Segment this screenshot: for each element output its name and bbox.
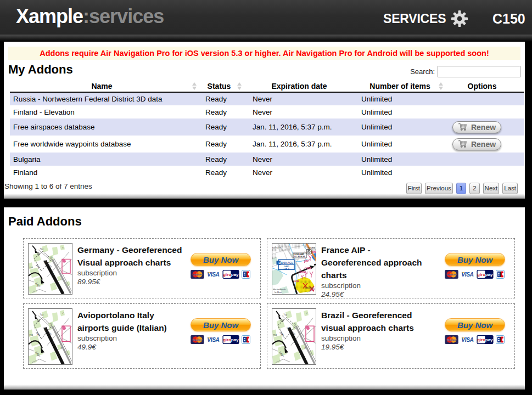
svg-text:1000 AGL: 1000 AGL [281,261,294,264]
card-subscription-type: subscription [321,334,439,343]
ec-card-icon [242,270,250,279]
mastercard-icon: MasterCard [445,335,458,344]
paid-addons-panel: Paid Addons [4,207,525,390]
cell-name: Free airspaces database [10,119,199,136]
cell-items: Unlimited [360,136,446,153]
card-price: 19.95€ [321,343,439,352]
paid-addon-card: 794 794 148 251 64 782 101 G 148° C Germ… [23,238,261,298]
card-purchase-block: Buy Now MasterCard VISA giro pay [445,308,506,365]
card-text-block: Germany - Georeferenced Visual approach … [77,243,191,295]
cell-name: Finland - Elevation [10,105,199,119]
cell-exp: Never [244,105,360,119]
svg-text:pay: pay [485,272,493,277]
page-button-next[interactable]: Next [483,183,500,194]
page-button-2[interactable]: 2 [469,183,479,194]
cell-exp: Never [244,92,360,105]
card-subscription-type: subscription [321,281,439,290]
search-label: Search: [410,67,435,76]
search-input[interactable] [438,66,520,77]
buy-now-button[interactable]: Buy Now [191,318,251,331]
card-subscription-type: subscription [77,269,191,278]
cell-status: Ready [199,136,244,153]
gear-icon[interactable] [451,10,468,27]
svg-text:pay: pay [231,272,239,277]
visa-icon: VISA [206,335,220,344]
giropay-icon: giro pay [222,335,239,344]
mastercard-icon: MasterCard [191,270,204,279]
svg-text:794: 794 [29,266,33,269]
cell-options [446,153,524,166]
svg-text:1086: 1086 [294,280,300,283]
svg-text:118.3: 118.3 [283,267,289,270]
logo[interactable]: Xample:services [16,5,164,28]
buy-now-button[interactable]: Buy Now [445,253,505,266]
cell-options [446,92,524,105]
user-account-label[interactable]: C150 [492,11,525,27]
cell-status: Ready [199,105,244,119]
cell-exp: Never [244,166,360,179]
buy-now-button[interactable]: Buy Now [445,318,505,331]
column-header-status[interactable]: Status [199,80,244,92]
svg-text:giro: giro [477,337,485,342]
card-price: 89.95€ [77,278,191,286]
card-title: France AIP - Georeferenced approach char… [321,244,439,281]
column-header-name[interactable]: Name [10,80,199,92]
visa-icon: VISA [206,270,220,279]
payment-methods-row: MasterCard VISA giro pay [445,270,506,279]
page-button-1[interactable]: 1 [456,183,466,194]
addon-row: Finland - ElevationReadyNeverUnlimited [10,105,524,119]
mastercard-icon: MasterCard [445,270,458,279]
approach-chart-thumbnail: 794 794 148 251 64 782 101 G 148° C [272,308,316,365]
payment-methods-row: MasterCard VISA giro pay [191,335,252,344]
svg-text:pay: pay [231,337,239,342]
svg-text:MasterCard: MasterCard [193,339,202,341]
card-title: Germany - Georeferenced Visual approach … [77,244,191,269]
cell-status: Ready [199,119,244,136]
payment-methods-row: MasterCard VISA giro pay [445,335,506,344]
cell-items: Unlimited [360,105,446,119]
cell-options [446,166,524,179]
paid-addon-card: 889 862 908 1000 997 1086 D 1000 AGL GND… [267,238,515,298]
column-label: Status [208,82,231,91]
cell-name: Finland [10,166,199,179]
cell-status: Ready [199,166,244,179]
svg-text:794: 794 [273,334,277,336]
my-addons-panel: Addons require Air Navigation Pro for iO… [4,42,525,199]
cell-items: Unlimited [360,153,446,166]
column-header-number-of-items[interactable]: Number of items [360,80,446,92]
svg-text:908: 908 [306,268,311,270]
svg-text:giro: giro [477,272,485,277]
column-label: Options [468,82,497,91]
addon-row: FinlandReadyNeverUnlimited [10,166,524,179]
renew-button[interactable]: Renew [452,121,501,133]
cell-options: Renew [446,119,524,136]
cell-items: Unlimited [360,119,446,136]
notice-banner: Addons require Air Navigation Pro for iO… [8,47,520,60]
card-price: 24.95€ [321,290,439,299]
page-button-first[interactable]: First [406,183,422,194]
ec-card-icon [496,335,505,344]
renew-label: Renew [471,123,496,132]
buy-now-button[interactable]: Buy Now [191,253,251,266]
svg-text:le-Bas: le-Bas [275,291,282,294]
sort-icon [439,82,444,90]
cell-exp: Jan. 11, 2016, 5:37 p.m. [244,119,360,136]
paid-addon-card: 794 794 148 251 64 782 101 G 148° C Avio… [23,303,261,369]
nav-services-link[interactable]: SERVICES [383,12,446,26]
paid-addons-grid: 794 794 148 251 64 782 101 G 148° C Germ… [23,238,515,369]
renew-label: Renew [471,140,496,149]
page-button-previous[interactable]: Previous [425,183,453,194]
cell-exp: Never [244,153,360,166]
page-button-last[interactable]: Last [502,183,518,194]
cell-name: Free worldwide waypoints database [10,136,199,153]
addon-row: Free worldwide waypoints databaseReadyJa… [10,136,524,153]
giropay-icon: giro pay [477,335,494,344]
cell-items: Unlimited [360,92,446,105]
cell-name: Russia - Nortwestern Federal District 3D… [10,92,199,105]
my-addons-title: My Addons [8,63,73,77]
renew-button[interactable]: Renew [452,138,501,150]
addon-row: Free airspaces databaseReadyJan. 11, 201… [10,119,524,136]
card-text-block: Brazil - Georeferenced visual approach c… [321,308,439,365]
svg-text:MasterCard: MasterCard [447,339,456,341]
pagination: FirstPrevious12NextLast [406,183,518,194]
